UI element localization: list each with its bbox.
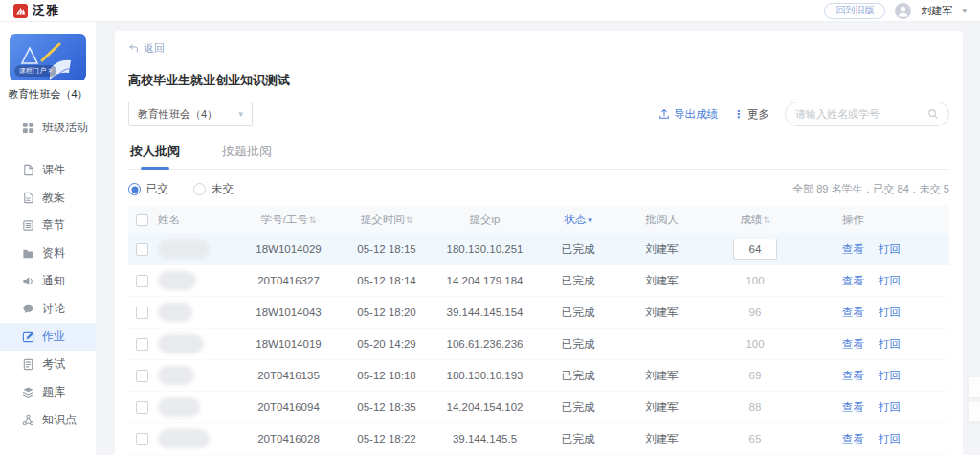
col-status-filter[interactable]: 状态▾ — [535, 213, 621, 227]
user-menu-caret-icon[interactable]: ▾ — [962, 6, 967, 15]
sidebar-item-课件[interactable]: 课件 — [0, 156, 96, 184]
view-link[interactable]: 查看 — [842, 432, 864, 446]
view-link[interactable]: 查看 — [842, 400, 864, 415]
more-button[interactable]: ⋮ 更多 — [733, 107, 769, 122]
sidebar-item-知识点[interactable]: 知识点 — [0, 406, 96, 434]
fanya-logo-icon — [13, 4, 28, 18]
sidebar-item-通知[interactable]: 通知 — [0, 267, 96, 295]
reject-link[interactable]: 打回 — [879, 274, 901, 288]
tab-review-by-question[interactable]: 按题批阅 — [222, 143, 272, 169]
table-row[interactable]: 20T0416135 05-12 18:18 180.130.10.193 已完… — [128, 360, 949, 392]
students-table: 姓名 学号/工号⇅ 提交时间⇅ 提交ip 状态▾ 批阅人 成绩⇅ 操作 18W1… — [128, 206, 949, 455]
sidebar-item-考试[interactable]: 考试 — [0, 351, 96, 378]
col-score[interactable]: 成绩⇅ — [702, 213, 808, 227]
sidebar-item-章节[interactable]: 章节 — [0, 212, 96, 239]
submit-time: 05-12 18:15 — [339, 243, 434, 255]
col-name: 姓名 — [158, 213, 180, 227]
view-link[interactable]: 查看 — [842, 274, 864, 288]
reviewer-value: 刘建军 — [621, 432, 702, 446]
export-scores-button[interactable]: 导出成绩 — [658, 107, 718, 122]
sort-icon[interactable]: ⇅ — [763, 216, 770, 225]
reject-link[interactable]: 打回 — [879, 306, 901, 320]
table-row[interactable]: 18W1014019 05-20 14:29 106.61.236.236 已完… — [128, 329, 949, 360]
radio-submitted-label: 已交 — [146, 182, 168, 196]
sidebar-item-教案[interactable]: 教案 — [0, 184, 96, 212]
sidebar-item-班级活动[interactable]: 班级活动 — [0, 114, 96, 142]
review-tabs: 按人批阅 按题批阅 — [128, 143, 949, 170]
col-student-id[interactable]: 学号/工号⇅ — [238, 213, 339, 227]
radio-submitted[interactable]: 已交 — [128, 182, 168, 196]
view-link[interactable]: 查看 — [842, 306, 864, 320]
view-link[interactable]: 查看 — [842, 369, 864, 383]
col-submit-time[interactable]: 提交时间⇅ — [339, 213, 434, 227]
sidebar-item-label: 课件 — [42, 162, 65, 178]
reviewer-value: 刘建军 — [621, 306, 702, 320]
search-input[interactable] — [795, 108, 922, 120]
row-checkbox[interactable] — [136, 433, 148, 445]
brand-name: 泛雅 — [33, 2, 59, 19]
submit-time: 05-20 14:29 — [339, 338, 434, 350]
reviewer-value: 刘建军 — [621, 242, 702, 257]
score-input[interactable] — [733, 239, 777, 260]
sidebar-item-label: 题库 — [42, 384, 65, 400]
table-row[interactable]: 20T0416327 05-12 18:14 14.204.179.184 已完… — [128, 265, 949, 297]
reject-link[interactable]: 打回 — [879, 369, 901, 383]
row-checkbox[interactable] — [136, 370, 148, 382]
select-all-checkbox[interactable] — [136, 214, 148, 226]
back-to-old-version-button[interactable]: 回到旧版 — [824, 3, 885, 19]
sidebar-item-label: 作业 — [42, 329, 65, 345]
class-filter-select[interactable]: 教育性班会（4） ▾ — [128, 102, 253, 126]
table-row[interactable]: 20T0416028 05-12 18:22 39.144.145.5 已完成 … — [128, 423, 949, 455]
row-checkbox[interactable] — [136, 401, 148, 414]
back-link[interactable]: 返回 — [128, 41, 165, 56]
student-id: 20T0416094 — [238, 401, 339, 413]
knowledge-icon — [22, 414, 34, 426]
row-checkbox[interactable] — [136, 338, 148, 351]
status-value: 已完成 — [535, 400, 621, 415]
lesson-plan-icon — [22, 192, 34, 204]
notice-icon — [22, 275, 34, 287]
question-bank-icon — [22, 386, 34, 398]
radio-unsubmitted[interactable]: 未交 — [193, 182, 234, 196]
sidebar-item-label: 通知 — [42, 273, 65, 289]
sort-icon[interactable]: ⇅ — [309, 216, 317, 225]
page-title: 高校毕业生就业创业知识测试 — [128, 72, 949, 89]
sidebar-item-label: 考试 — [42, 356, 65, 373]
class-filter-value: 教育性班会（4） — [138, 107, 217, 122]
floating-button[interactable] — [968, 401, 980, 422]
submit-time: 05-12 18:14 — [339, 275, 434, 286]
row-checkbox[interactable] — [136, 243, 148, 256]
tab-review-by-person[interactable]: 按人批阅 — [130, 143, 180, 169]
row-checkbox[interactable] — [136, 307, 148, 319]
student-id: 20T0416028 — [238, 433, 339, 444]
more-label: 更多 — [747, 107, 769, 122]
student-name-redacted — [158, 303, 192, 322]
score-value: 69 — [749, 370, 762, 381]
sidebar-item-作业[interactable]: 作业 — [0, 323, 96, 351]
view-link[interactable]: 查看 — [842, 242, 864, 257]
sidebar-item-资料[interactable]: 资料 — [0, 239, 96, 267]
reject-link[interactable]: 打回 — [879, 400, 901, 415]
reject-link[interactable]: 打回 — [879, 337, 901, 352]
search-icon[interactable] — [927, 108, 939, 120]
floating-button[interactable] — [968, 376, 980, 398]
reject-link[interactable]: 打回 — [879, 432, 901, 446]
sort-icon[interactable]: ⇅ — [406, 216, 413, 225]
view-link[interactable]: 查看 — [842, 337, 864, 352]
table-row[interactable]: 18W1014029 05-12 18:15 180.130.10.251 已完… — [128, 234, 949, 265]
course-cover-image[interactable]: 课程门户 > — [10, 34, 86, 80]
search-box — [785, 102, 949, 126]
reject-link[interactable]: 打回 — [879, 242, 901, 257]
table-row[interactable]: 18W1014043 05-12 18:20 39.144.145.154 已完… — [128, 297, 949, 329]
row-checkbox[interactable] — [136, 275, 148, 287]
table-row[interactable]: 20T0416094 05-12 18:35 14.204.154.102 已完… — [128, 392, 949, 423]
status-value: 已完成 — [535, 242, 621, 257]
username[interactable]: 刘建军 — [921, 4, 952, 18]
sidebar-item-讨论[interactable]: 讨论 — [0, 295, 96, 323]
submit-ip: 14.204.179.184 — [434, 275, 535, 286]
submit-ip: 180.130.10.193 — [434, 370, 535, 381]
sidebar-item-题库[interactable]: 题库 — [0, 378, 96, 406]
brand[interactable]: 泛雅 — [13, 2, 59, 19]
user-avatar[interactable] — [895, 3, 911, 19]
course-portal-badge[interactable]: 课程门户 > — [14, 65, 56, 77]
